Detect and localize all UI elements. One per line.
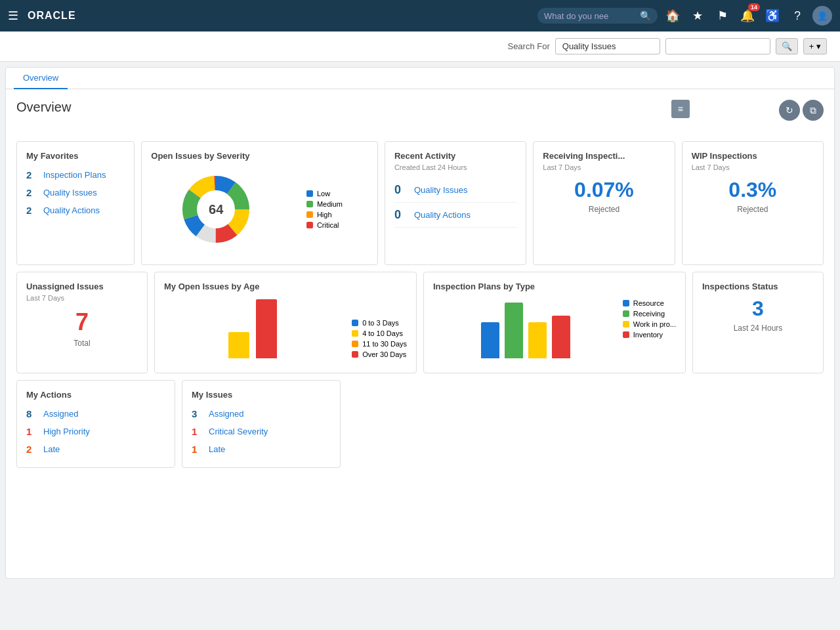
insp-legend-resource-dot bbox=[623, 300, 629, 306]
copy-button[interactable]: ⧉ bbox=[803, 100, 824, 121]
search-text-input[interactable] bbox=[665, 38, 770, 54]
activity-quality-actions[interactable]: 0 Quality Actions bbox=[394, 203, 516, 228]
receiving-inspection-percentage: 0.07% bbox=[543, 178, 665, 202]
favorites-quality-actions[interactable]: 2 Quality Actions bbox=[26, 201, 125, 219]
insp-legend-receiving-label: Receiving bbox=[633, 310, 665, 318]
legend-low-dot bbox=[306, 190, 313, 197]
issues-critical-severity[interactable]: 1 Critical Severity bbox=[192, 423, 331, 440]
open-issues-age-title: My Open Issues by Age bbox=[164, 282, 407, 291]
wip-inspections-percentage: 0.3% bbox=[692, 178, 814, 202]
inspections-status-label: Last 24 Hours bbox=[702, 324, 814, 333]
legend-medium-dot bbox=[306, 201, 313, 207]
age-legend-0to3-dot bbox=[352, 320, 358, 326]
activity-quality-issues[interactable]: 0 Quality Issues bbox=[394, 178, 516, 203]
search-button[interactable]: 🔍 bbox=[776, 38, 798, 54]
global-search-icon[interactable]: 🔍 bbox=[640, 10, 651, 21]
layout-toggle-button[interactable]: ≡ bbox=[671, 100, 690, 118]
insp-legend-resource-label: Resource bbox=[633, 299, 664, 307]
issues-assigned[interactable]: 3 Assigned bbox=[192, 405, 331, 423]
wip-inspections-card: WIP Inspections Last 7 Days 0.3% Rejecte… bbox=[682, 141, 824, 265]
page-title: Overview bbox=[16, 100, 71, 114]
age-legend-11to30-label: 11 to 30 Days bbox=[362, 340, 407, 348]
my-favorites-title: My Favorites bbox=[26, 151, 125, 161]
favorites-inspection-plans[interactable]: 2 Inspection Plans bbox=[26, 166, 125, 184]
recent-activity-card: Recent Activity Created Last 24 Hours 0 … bbox=[385, 141, 526, 265]
actions-late[interactable]: 2 Late bbox=[26, 440, 165, 458]
favorites-icon[interactable]: ★ bbox=[688, 6, 707, 26]
recent-activity-subtitle: Created Last 24 Hours bbox=[394, 163, 516, 171]
main-content: Search For 🔍 + ▾ Overview Overview ↻ ⧉ ≡ bbox=[0, 32, 840, 630]
search-for-label: Search For bbox=[507, 41, 549, 51]
inspections-status-title: Inspections Status bbox=[702, 282, 814, 291]
actions-high-priority[interactable]: 1 High Priority bbox=[26, 423, 165, 440]
my-actions-title: My Actions bbox=[26, 390, 165, 400]
wip-inspections-title: WIP Inspections bbox=[692, 151, 814, 161]
content-panel: Overview Overview ↻ ⧉ ≡ My Favorites bbox=[5, 67, 835, 579]
age-legend-over30-dot bbox=[352, 351, 358, 358]
search-for-input[interactable] bbox=[555, 38, 660, 54]
receiving-inspection-label: Rejected bbox=[543, 205, 665, 214]
topbar: ☰ ORACLE 🔍 🏠 ★ ⚑ 🔔 14 ♿ ? 👤 bbox=[0, 0, 840, 32]
age-legend-11to30-dot bbox=[352, 341, 358, 347]
open-issues-title: Open Issues by Severity bbox=[151, 151, 368, 161]
unassigned-issues-label: Total bbox=[26, 339, 138, 348]
legend-high-label: High bbox=[317, 211, 332, 219]
action-buttons: ↻ ⧉ bbox=[779, 100, 824, 121]
insp-bar-inventory bbox=[552, 316, 570, 358]
unassigned-issues-card: Unassigned Issues Last 7 Days 7 Total bbox=[16, 272, 148, 373]
notifications-icon[interactable]: 🔔 14 bbox=[738, 6, 757, 26]
my-issues-card: My Issues 3 Assigned 1 Critical Severity… bbox=[182, 380, 341, 468]
insp-bar-workinpro bbox=[528, 322, 547, 358]
favorites-quality-issues[interactable]: 2 Quality Issues bbox=[26, 184, 125, 201]
open-issues-severity-card: Open Issues by Severity bbox=[141, 141, 378, 265]
my-favorites-card: My Favorites 2 Inspection Plans 2 Qualit… bbox=[16, 141, 135, 265]
age-legend-4to10-label: 4 to 10 Days bbox=[362, 329, 403, 337]
recent-activity-title: Recent Activity bbox=[394, 151, 516, 161]
legend-critical-label: Critical bbox=[317, 221, 339, 229]
receiving-inspection-title: Receiving Inspecti... bbox=[543, 151, 665, 161]
actions-assigned[interactable]: 8 Assigned bbox=[26, 405, 165, 423]
receiving-inspection-card: Receiving Inspecti... Last 7 Days 0.07% … bbox=[533, 141, 675, 265]
age-legend-0to3-label: 0 to 3 Days bbox=[362, 319, 399, 327]
unassigned-issues-title: Unassigned Issues bbox=[26, 282, 138, 291]
flag-icon[interactable]: ⚑ bbox=[713, 6, 732, 26]
overview-content: Overview ↻ ⧉ ≡ My Favorites 2 Inspec bbox=[6, 89, 834, 478]
insp-legend-inventory-dot bbox=[623, 331, 629, 338]
age-bar-4to10 bbox=[228, 332, 249, 358]
insp-legend-inventory-label: Inventory bbox=[633, 331, 663, 339]
tabs-bar: Overview bbox=[6, 68, 834, 89]
donut-legend: Low Medium High bbox=[306, 190, 343, 229]
notification-badge: 14 bbox=[748, 3, 760, 11]
insp-bar-receiving bbox=[505, 303, 523, 358]
hamburger-menu-icon[interactable]: ☰ bbox=[8, 9, 18, 23]
help-icon[interactable]: ? bbox=[788, 6, 807, 26]
avatar[interactable]: 👤 bbox=[812, 6, 832, 26]
age-bar-over30 bbox=[256, 299, 277, 358]
insp-legend-workinpro-dot bbox=[623, 321, 629, 327]
my-issues-title: My Issues bbox=[192, 390, 331, 400]
legend-medium-label: Medium bbox=[317, 200, 343, 208]
issues-late[interactable]: 1 Late bbox=[192, 440, 331, 458]
search-row: Search For 🔍 + ▾ bbox=[0, 32, 840, 62]
age-legend-4to10-dot bbox=[352, 330, 358, 337]
add-button[interactable]: + ▾ bbox=[803, 38, 827, 54]
tab-overview[interactable]: Overview bbox=[14, 68, 68, 89]
oracle-logo: ORACLE bbox=[28, 10, 76, 22]
inspection-plans-type-title: Inspection Plans by Type bbox=[433, 282, 676, 291]
receiving-inspection-subtitle: Last 7 Days bbox=[543, 163, 665, 171]
open-issues-age-card: My Open Issues by Age 0 to 3 Days bbox=[154, 272, 417, 373]
legend-critical-dot bbox=[306, 222, 313, 228]
refresh-button[interactable]: ↻ bbox=[779, 100, 800, 121]
accessibility-icon[interactable]: ♿ bbox=[763, 6, 782, 26]
global-search-input[interactable] bbox=[544, 11, 636, 21]
unassigned-issues-subtitle: Last 7 Days bbox=[26, 294, 138, 302]
home-icon[interactable]: 🏠 bbox=[663, 6, 682, 26]
wip-inspections-subtitle: Last 7 Days bbox=[692, 163, 814, 171]
global-search-bar: 🔍 bbox=[537, 8, 658, 24]
my-actions-card: My Actions 8 Assigned 1 High Priority 2 bbox=[16, 380, 175, 468]
insp-bar-resource bbox=[481, 322, 499, 358]
empty-space bbox=[347, 380, 824, 468]
legend-low-label: Low bbox=[317, 190, 330, 198]
inspections-status-count: 3 bbox=[702, 297, 814, 321]
inspection-plans-type-card: Inspection Plans by Type bbox=[423, 272, 686, 373]
